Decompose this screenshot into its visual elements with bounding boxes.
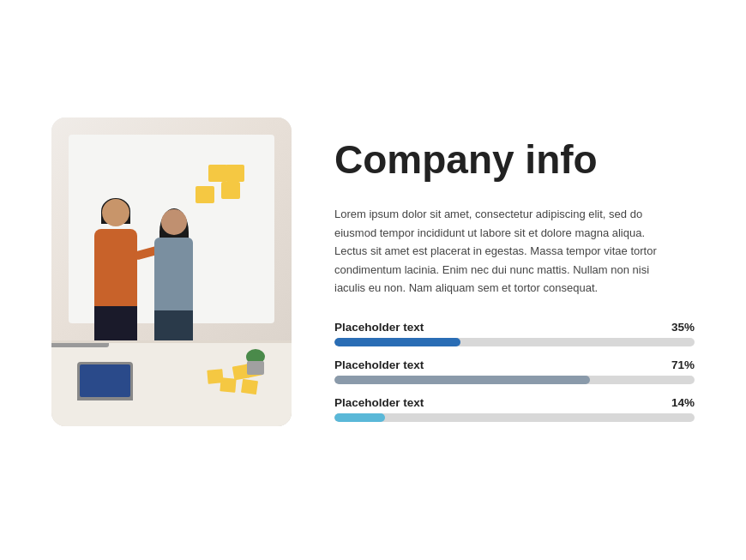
slide: Company info Lorem ipsum dolor sit amet,… xyxy=(0,0,746,560)
plant-pot xyxy=(247,361,264,375)
person2-head xyxy=(161,209,187,235)
left-panel xyxy=(51,117,292,443)
person1 xyxy=(94,229,137,358)
description-text: Lorem ipsum dolor sit amet, consectetur … xyxy=(334,205,669,297)
progress-section: Placeholder text 35% Placeholder text 71… xyxy=(334,321,695,422)
sticky-note xyxy=(226,165,244,182)
progress-bar-bg-1 xyxy=(334,338,695,346)
progress-label-1: Placeholder text xyxy=(334,321,424,334)
sticky-note xyxy=(208,165,227,182)
person1-head xyxy=(102,199,129,226)
progress-item-3: Placeholder text 14% xyxy=(334,396,695,422)
table-surface xyxy=(51,340,292,426)
progress-bar-bg-3 xyxy=(334,413,695,422)
progress-bar-bg-2 xyxy=(334,376,695,384)
plant xyxy=(244,349,266,375)
laptop-base xyxy=(51,343,109,347)
progress-header-2: Placeholder text 71% xyxy=(334,358,695,371)
sticky-note xyxy=(196,186,214,203)
company-title: Company info xyxy=(334,138,695,182)
person2 xyxy=(154,238,193,358)
progress-label-2: Placeholder text xyxy=(334,358,424,371)
progress-bar-fill-1 xyxy=(334,338,460,346)
laptop xyxy=(77,362,133,400)
progress-value-2: 71% xyxy=(671,358,695,371)
right-panel: Company info Lorem ipsum dolor sit amet,… xyxy=(334,138,695,423)
photo-container xyxy=(51,117,292,426)
progress-header-1: Placeholder text 35% xyxy=(334,321,695,334)
person2-body xyxy=(154,238,193,310)
progress-bar-fill-3 xyxy=(334,413,385,422)
sticky-note xyxy=(221,182,240,199)
progress-value-1: 35% xyxy=(671,321,695,334)
table-sticky xyxy=(241,378,258,394)
progress-item-2: Placeholder text 71% xyxy=(334,358,695,384)
laptop-screen xyxy=(80,364,130,397)
progress-value-3: 14% xyxy=(671,396,695,409)
table-sticky xyxy=(207,369,223,384)
progress-item-1: Placeholder text 35% xyxy=(334,321,695,346)
progress-label-3: Placeholder text xyxy=(334,396,424,409)
photo-scene xyxy=(51,117,292,426)
progress-bar-fill-2 xyxy=(334,376,590,384)
progress-header-3: Placeholder text 14% xyxy=(334,396,695,409)
person1-body xyxy=(94,229,137,306)
